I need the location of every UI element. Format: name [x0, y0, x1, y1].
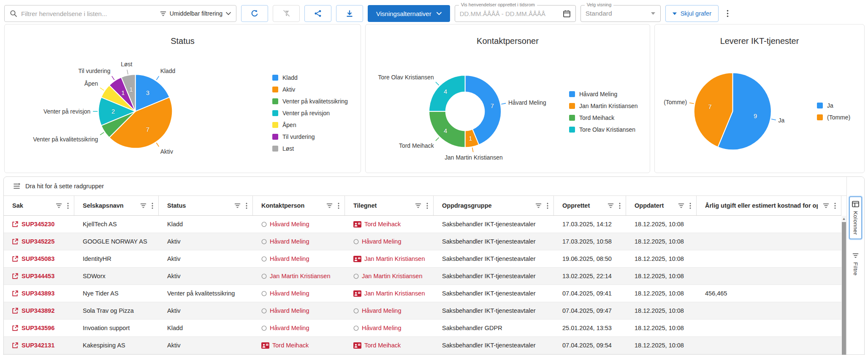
column-filter-icon[interactable] — [415, 203, 421, 209]
column-header-selskapsnavn[interactable]: Selskapsnavn — [74, 196, 159, 215]
share-button[interactable] — [304, 5, 331, 22]
column-menu-icon[interactable] — [834, 203, 836, 209]
external-link-icon[interactable] — [11, 255, 19, 263]
sak-link[interactable]: SUP344453 — [22, 273, 54, 279]
table-row[interactable]: SUP343893Nye Tider ASVenter på kvalitets… — [4, 285, 841, 302]
column-filter-icon[interactable] — [326, 203, 333, 209]
column-header-opprettet[interactable]: Opprettet — [554, 196, 626, 215]
table-row[interactable]: SUP343596Invoation supportKladdHåvard Me… — [4, 320, 841, 337]
person-link[interactable]: Håvard Meling — [270, 307, 309, 314]
column-menu-icon[interactable] — [67, 203, 69, 209]
clear-filter-button[interactable] — [273, 5, 300, 22]
person-link[interactable]: Håvard Meling — [270, 221, 309, 228]
legend-item-håvard-meling[interactable]: Håvard Meling — [569, 91, 638, 98]
column-menu-icon[interactable] — [426, 203, 428, 209]
table-scrollbar[interactable]: ▲ — [841, 216, 846, 355]
column-filter-icon[interactable] — [678, 203, 684, 209]
column-header-årlig-utgift-eller-estimert-kostnad-for-oppg[interactable]: Årlig utgift eller estimert kostnad for … — [697, 196, 841, 215]
view-options-button[interactable]: Visningsalternativer — [368, 5, 450, 22]
scroll-thumb[interactable] — [842, 222, 846, 355]
row-group-dropzone[interactable]: Dra hit for å sette radgrupper — [4, 177, 864, 196]
person-link[interactable]: Håvard Meling — [270, 325, 309, 331]
legend-item-tore-olav-kristiansen[interactable]: Tore Olav Kristiansen — [569, 126, 638, 133]
column-filter-icon[interactable] — [234, 203, 241, 209]
date-range-field[interactable]: Vis henvendelser opprettet i tidsrom — [455, 5, 576, 22]
legend-item-ja[interactable]: Ja — [817, 102, 850, 109]
table-row[interactable]: SUP345225GOOGLE NORWAY ASAktivHåvard Mel… — [4, 233, 841, 250]
person-link[interactable]: Tord Meihack — [364, 342, 401, 349]
column-filter-icon[interactable] — [140, 203, 146, 209]
legend-item-kladd[interactable]: Kladd — [272, 74, 348, 81]
sak-link[interactable]: SUP345225 — [22, 238, 54, 245]
calendar-icon[interactable] — [563, 10, 571, 18]
sak-link[interactable]: SUP345083 — [22, 255, 54, 262]
person-link[interactable]: Jan Martin Kristiansen — [270, 273, 330, 279]
scroll-up-arrow[interactable]: ▲ — [841, 216, 846, 221]
legend-item-jan-martin-kristiansen[interactable]: Jan Martin Kristiansen — [569, 103, 638, 109]
person-link[interactable]: Jan Martin Kristiansen — [364, 290, 425, 297]
column-menu-icon[interactable] — [619, 203, 621, 209]
external-link-icon[interactable] — [11, 273, 19, 280]
table-row[interactable]: SUP345083IdentityHRAktivHåvard MelingJan… — [4, 250, 841, 268]
legend-item-venter-på-revisjon[interactable]: Venter på revisjon — [272, 110, 348, 117]
person-link[interactable]: Håvard Meling — [362, 307, 401, 314]
column-header-status[interactable]: Status — [159, 196, 253, 215]
person-link[interactable]: Håvard Meling — [270, 290, 309, 297]
table-row[interactable]: SUP344453SDWorxAktivJan Martin Kristians… — [4, 268, 841, 285]
person-link[interactable]: Håvard Meling — [270, 255, 309, 262]
external-link-icon[interactable] — [11, 342, 19, 349]
person-link[interactable]: Håvard Meling — [362, 325, 401, 331]
sak-link[interactable]: SUP343893 — [22, 290, 54, 297]
sak-link[interactable]: SUP342131 — [22, 342, 54, 349]
person-link[interactable]: Tord Meihack — [364, 221, 401, 228]
column-menu-icon[interactable] — [246, 203, 247, 209]
column-header-oppdragsgruppe[interactable]: Oppdragsgruppe — [434, 196, 554, 215]
refresh-button[interactable] — [241, 5, 268, 22]
sak-link[interactable]: SUP345230 — [22, 221, 54, 228]
tab-kolonner[interactable]: Kolonner — [849, 196, 862, 239]
search-box[interactable]: Umiddelbar filtrering — [4, 5, 236, 22]
column-header-kontaktperson[interactable]: Kontaktperson — [253, 196, 345, 215]
person-link[interactable]: Håvard Meling — [270, 238, 309, 245]
legend-item-venter-på-kvalitetssikring[interactable]: Venter på kvalitetssikring — [272, 98, 348, 105]
external-link-icon[interactable] — [11, 325, 19, 332]
column-filter-icon[interactable] — [608, 203, 614, 209]
tab-filtre[interactable]: Filtre — [852, 253, 859, 276]
person-link[interactable]: Tord Meihack — [272, 342, 309, 349]
column-header-tilegnet[interactable]: Tilegnet — [345, 196, 434, 215]
external-link-icon[interactable] — [11, 290, 19, 297]
hide-charts-button[interactable]: Skjul grafer — [665, 5, 719, 22]
column-menu-icon[interactable] — [689, 203, 691, 209]
external-link-icon[interactable] — [11, 238, 19, 245]
sak-link[interactable]: SUP343892 — [22, 307, 54, 314]
table-row[interactable]: SUP342131Kakespising ASAktivTord Meihack… — [4, 337, 841, 354]
column-filter-icon[interactable] — [823, 203, 829, 209]
legend-item-aktiv[interactable]: Aktiv — [272, 86, 348, 93]
sak-link[interactable]: SUP343596 — [22, 325, 54, 331]
person-link[interactable]: Jan Martin Kristiansen — [362, 273, 422, 279]
external-link-icon[interactable] — [11, 221, 19, 228]
filter-mode-dropdown[interactable]: Umiddelbar filtrering — [160, 10, 231, 17]
legend-item-tomme[interactable]: (Tomme) — [817, 114, 850, 121]
column-filter-icon[interactable] — [535, 203, 542, 209]
column-menu-icon[interactable] — [547, 203, 548, 209]
person-link[interactable]: Jan Martin Kristiansen — [364, 255, 425, 262]
search-input[interactable] — [21, 10, 156, 17]
table-row[interactable]: SUP343892Sola Trav og PizzaAktivHåvard M… — [4, 302, 841, 320]
column-menu-icon[interactable] — [338, 203, 339, 209]
legend-item-åpen[interactable]: Åpen — [272, 122, 348, 128]
column-filter-icon[interactable] — [56, 203, 62, 209]
column-header-sak[interactable]: Sak — [4, 196, 74, 215]
person-link[interactable]: Håvard Meling — [362, 238, 401, 245]
column-header-oppdatert[interactable]: Oppdatert — [626, 196, 697, 215]
external-link-icon[interactable] — [11, 307, 19, 314]
legend-item-tord-meihack[interactable]: Tord Meihack — [569, 114, 638, 121]
toolbar-menu-button[interactable] — [723, 5, 732, 22]
download-button[interactable] — [336, 5, 363, 22]
legend-item-løst[interactable]: Løst — [272, 145, 348, 152]
view-select[interactable]: Velg visning Standard — [580, 5, 661, 22]
column-menu-icon[interactable] — [152, 203, 153, 209]
date-range-input[interactable] — [460, 10, 559, 17]
legend-item-til-vurdering[interactable]: Til vurdering — [272, 133, 348, 140]
table-row[interactable]: SUP345230KjellTech ASKladdHåvard MelingT… — [4, 216, 841, 233]
